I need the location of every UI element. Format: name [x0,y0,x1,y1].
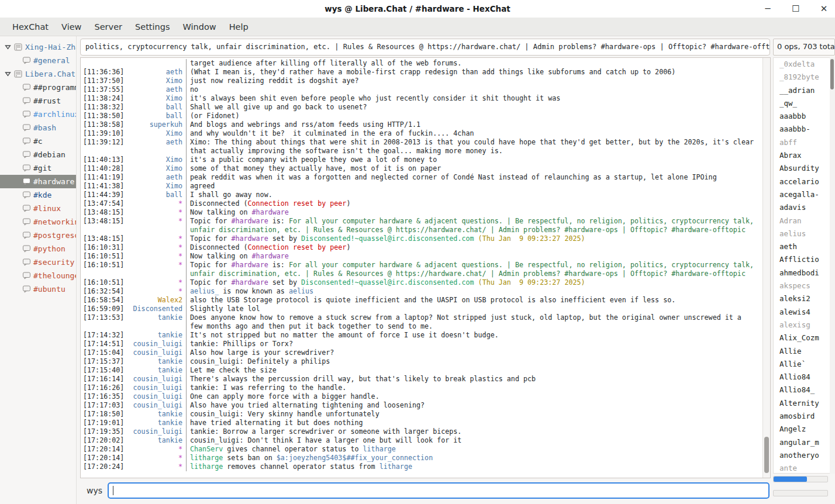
nick[interactable]: cousin_luigi [130,392,186,401]
user-item-angelz[interactable]: Angelz [774,423,830,436]
nick[interactable]: aeth [130,85,186,94]
user-item-allie[interactable]: Allie [774,345,830,358]
nick[interactable]: aeth [130,68,186,77]
chat-scrollbar-thumb[interactable] [764,437,769,473]
user-item-acegalla-[interactable]: acegalla- [774,188,830,201]
tree-item-thelounge[interactable]: #thelounge [0,269,76,282]
nick[interactable]: cousin_luigi [130,384,186,392]
user-item-adavis[interactable]: adavis [774,201,830,214]
user-item-ahmedbodi[interactable]: ahmedbodi [774,267,830,279]
tree-item-ubuntu[interactable]: #ubuntu [0,282,76,296]
nick[interactable]: * [130,243,186,252]
menu-window[interactable]: Window [177,18,223,36]
nick[interactable]: * [130,454,186,462]
nick[interactable]: cousin_luigi [130,427,186,436]
nick[interactable]: * [130,261,186,270]
nick[interactable]: ball [130,112,186,120]
user-item-afflictio[interactable]: Afflictio [774,253,830,266]
user-item-_8192byte[interactable]: _8192byte [774,71,830,84]
userlist-scrollbar-thumb[interactable] [830,59,834,89]
nick[interactable]: aeth [130,138,186,147]
nick[interactable]: Ximo [130,156,186,164]
nick[interactable]: Ximo [130,129,186,138]
close-button[interactable]: ✕ [819,0,829,18]
nick[interactable]: Ximo [130,94,186,103]
nick[interactable]: ball [130,103,186,112]
user-item-aeth[interactable]: aeth [774,240,830,253]
user-item-absurdity[interactable]: Absurdity [774,162,830,175]
nick[interactable]: cousin_luigi [130,401,186,410]
menu-view[interactable]: View [55,18,88,36]
user-item-abrax[interactable]: Abrax [774,149,830,162]
nick[interactable]: * [130,252,186,261]
tree-item-python[interactable]: #python [0,242,76,256]
expander-icon[interactable] [2,44,13,50]
nick[interactable]: * [130,199,186,208]
user-item-aleksi2[interactable]: aleksi2 [774,292,830,305]
tree-item-kde[interactable]: #kde [0,188,76,202]
nick[interactable]: cousin_luigi [130,340,186,348]
user-item-aelius[interactable]: aelius [774,227,830,240]
tree-item-c[interactable]: #c [0,134,76,148]
user-item-allio84_[interactable]: Allio84_ [774,384,830,396]
user-item-anotheryo[interactable]: anotheryo [774,449,830,462]
user-item-aaabbb[interactable]: aaabbb [774,110,830,123]
user-item-_qw_[interactable]: _qw_ [774,97,830,110]
nick[interactable]: * [130,208,186,217]
nick[interactable]: Walex2 [130,296,186,305]
user-item-abff[interactable]: abff [774,136,830,149]
user-item-ante[interactable]: ante [774,462,830,474]
user-item-allie`[interactable]: Allie` [774,358,830,371]
tree-item-postgresql[interactable]: #postgresql [0,229,76,242]
tree-item-debian[interactable]: #debian [0,148,76,161]
nick[interactable]: * [130,287,186,296]
nick[interactable]: Ximo [130,164,186,173]
nick[interactable]: superkuh [130,120,186,129]
topic-input[interactable]: politics, cryptocurrency talk, unfair di… [80,39,770,56]
maximize-button[interactable]: ☐ [791,0,801,18]
user-item-aaabbb-[interactable]: aaabbb- [774,123,830,136]
nick[interactable]: aeth [130,173,186,182]
nick[interactable]: * [130,462,186,471]
tree-item-linux[interactable]: #linux [0,202,76,215]
user-item-angular_m[interactable]: angular_m [774,436,830,449]
menu-settings[interactable]: Settings [129,18,176,36]
user-item-alix_cozm[interactable]: Alix_Cozm [774,332,830,344]
user-item-alexisg[interactable]: alexisg [774,319,830,332]
nick[interactable]: tankie [130,419,186,427]
tree-item-rust[interactable]: ##rust [0,94,76,108]
user-item-__adrian[interactable]: __adrian [774,84,830,97]
nick[interactable]: Disconsented [130,305,186,313]
tree-item-security[interactable]: #security [0,256,76,269]
nick[interactable]: tankie [130,436,186,445]
nick[interactable]: tankie [130,331,186,340]
tree-item-hardware[interactable]: #hardware [0,175,76,188]
menu-hexchat[interactable]: HexChat [6,18,55,36]
menu-server[interactable]: Server [88,18,129,36]
nick[interactable]: tankie [130,357,186,366]
user-item-akspecs[interactable]: akspecs [774,279,830,292]
expander-icon[interactable] [2,71,13,77]
tree-item-git[interactable]: #git [0,161,76,175]
user-item-accelario[interactable]: accelario [774,175,830,188]
tree-item-libera.chat[interactable]: Libera.Chat [0,67,76,81]
tree-item-programming[interactable]: ##programming [0,81,76,94]
nick[interactable]: * [130,234,186,243]
nick[interactable]: Ximo [130,182,186,191]
nick[interactable]: tankie [130,410,186,419]
userlist-scrollbar[interactable] [830,57,835,474]
user-item-alternity[interactable]: Alternity [774,397,830,410]
nick[interactable]: cousin_luigi [130,375,186,384]
nick[interactable]: ball [130,191,186,199]
menu-help[interactable]: Help [223,18,255,36]
chat-scrollbar[interactable] [762,58,770,478]
nick[interactable]: Ximo [130,77,186,85]
user-item-adran[interactable]: Adran [774,215,830,227]
user-item-amosbird[interactable]: amosbird [774,410,830,423]
nick[interactable]: cousin_luigi [130,348,186,357]
nick[interactable]: * [130,278,186,287]
nick[interactable]: * [130,217,186,226]
user-item-_0xdelta[interactable]: _0xdelta [774,58,830,71]
user-item-alewis4[interactable]: alewis4 [774,306,830,319]
tree-item-xing-hai-zhan[interactable]: Xing-Hai-Zhan [0,40,76,54]
